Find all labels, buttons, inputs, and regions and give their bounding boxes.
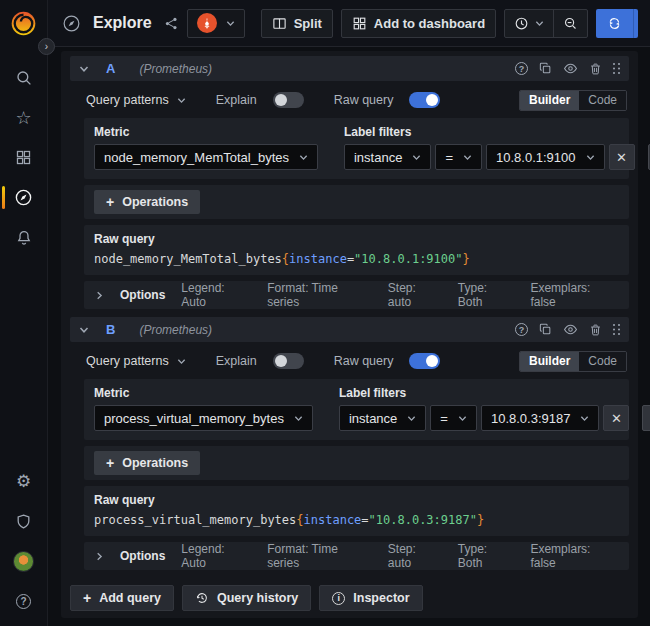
filter-operator-select[interactable]: =	[435, 144, 482, 170]
explain-toggle[interactable]	[273, 92, 304, 108]
filter-value-select[interactable]: 10.8.0.3:9187	[481, 405, 600, 431]
inspector-label: Inspector	[353, 591, 409, 605]
grafana-logo-icon[interactable]	[10, 10, 37, 37]
remove-query-button[interactable]	[589, 323, 602, 337]
sidebar-item-alerting[interactable]	[0, 227, 48, 248]
query-a-body: Query patterns Explain Raw query Builder…	[70, 81, 629, 311]
info-icon: i	[332, 592, 345, 605]
refresh-icon[interactable]	[596, 9, 633, 38]
metric-select[interactable]: node_memory_MemTotal_bytes	[94, 144, 318, 170]
prometheus-icon	[197, 13, 217, 33]
sidebar-expand-button[interactable]: ›	[38, 38, 55, 55]
split-icon	[272, 16, 287, 31]
sidebar-item-favorites[interactable]: ☆	[0, 107, 48, 128]
remove-filter-button[interactable]: ✕	[609, 144, 635, 170]
sidebar-item-help[interactable]: ?	[0, 591, 48, 612]
label-filters-label: Label filters	[344, 125, 650, 139]
drag-handle[interactable]	[613, 63, 620, 74]
explain-label: Explain	[216, 354, 257, 368]
options-step: Step: auto	[388, 281, 442, 309]
chevron-down-icon	[586, 153, 595, 162]
sidebar-item-settings[interactable]: ⚙	[0, 471, 48, 492]
drag-dots-icon	[613, 324, 620, 335]
collapse-chevron-icon[interactable]	[79, 325, 89, 335]
hide-response-button[interactable]	[563, 61, 578, 76]
sidebar-item-dashboards[interactable]	[0, 147, 48, 168]
run-query-button[interactable]	[596, 9, 638, 38]
label-filters-field: Label filters instance =	[339, 386, 650, 431]
eye-icon	[563, 322, 578, 337]
filter-operator-select[interactable]: =	[430, 405, 477, 431]
query-history-button[interactable]: Query history	[182, 585, 311, 611]
trash-icon	[589, 323, 602, 337]
add-query-button[interactable]: + Add query	[70, 585, 174, 611]
copy-icon	[539, 323, 552, 336]
builder-mode-option[interactable]: Builder	[520, 352, 579, 371]
sidebar-item-search[interactable]	[0, 67, 48, 88]
add-to-dashboard-button[interactable]: Add to dashboard	[341, 9, 496, 38]
chevron-right-icon[interactable]	[95, 291, 104, 300]
remove-query-button[interactable]	[589, 62, 602, 76]
star-icon: ☆	[15, 109, 31, 127]
sidebar-item-profile[interactable]	[0, 551, 48, 572]
filter-key-value: instance	[349, 411, 397, 426]
builder-mode-option[interactable]: Builder	[520, 91, 579, 110]
zoom-out-button[interactable]	[553, 10, 587, 37]
add-operation-button[interactable]: + Operations	[94, 190, 200, 214]
question-icon: ?	[515, 323, 528, 336]
options-label[interactable]: Options	[120, 288, 165, 302]
metric-value: node_memory_MemTotal_bytes	[104, 150, 289, 165]
time-picker-button[interactable]	[505, 10, 553, 37]
metric-select[interactable]: process_virtual_memory_bytes	[94, 405, 313, 431]
duplicate-query-button[interactable]	[539, 323, 552, 336]
hide-response-button[interactable]	[563, 322, 578, 337]
remove-filter-button[interactable]: ✕	[603, 405, 629, 431]
help-icon: ?	[16, 594, 31, 609]
time-controls	[504, 9, 588, 38]
query-patterns-dropdown[interactable]: Query patterns	[86, 354, 186, 368]
query-patterns-dropdown[interactable]: Query patterns	[86, 93, 186, 107]
chevron-right-icon[interactable]	[95, 552, 104, 561]
explore-section-icon	[62, 14, 81, 33]
raw-query-toggle[interactable]	[409, 353, 440, 369]
query-help-button[interactable]: ?	[515, 62, 528, 75]
refresh-interval-dropdown[interactable]	[633, 9, 638, 38]
add-to-dashboard-label: Add to dashboard	[374, 16, 485, 31]
filter-value-select[interactable]: 10.8.0.1:9100	[486, 144, 605, 170]
filter-key-select[interactable]: instance	[344, 144, 431, 170]
sidebar-item-explore[interactable]	[0, 187, 48, 208]
options-label[interactable]: Options	[120, 549, 165, 563]
code-mode-option[interactable]: Code	[579, 352, 626, 371]
duplicate-query-button[interactable]	[539, 62, 552, 75]
chevron-down-icon	[177, 96, 186, 105]
operations-panel: + Operations	[84, 446, 629, 480]
add-operation-button[interactable]: + Operations	[94, 451, 200, 475]
filter-key-value: instance	[354, 150, 402, 165]
collapse-chevron-icon[interactable]	[79, 64, 89, 74]
split-button[interactable]: Split	[261, 9, 333, 38]
options-format: Format: Time series	[267, 281, 372, 309]
dashboard-grid-icon	[352, 16, 367, 31]
top-navbar: Explore	[48, 0, 650, 47]
sidebar-item-security[interactable]	[0, 511, 48, 532]
gear-icon: ⚙	[16, 473, 31, 490]
options-panel: Options Legend: Auto Format: Time series…	[84, 542, 629, 570]
explain-toggle[interactable]	[273, 353, 304, 369]
metric-field: Metric process_virtual_memory_bytes	[94, 386, 313, 431]
split-label: Split	[294, 16, 322, 31]
query-help-button[interactable]: ?	[515, 323, 528, 336]
query-b-header[interactable]: B (Prometheus) ?	[70, 317, 629, 342]
query-a-header[interactable]: A (Prometheus) ?	[70, 56, 629, 81]
code-mode-option[interactable]: Code	[579, 91, 626, 110]
filter-value: 10.8.0.3:9187	[491, 411, 571, 426]
share-icon[interactable]	[164, 16, 179, 31]
drag-handle[interactable]	[613, 324, 620, 335]
inspector-button[interactable]: i Inspector	[319, 585, 422, 611]
options-step: Step: auto	[388, 542, 442, 570]
add-filter-button[interactable]: +	[642, 405, 650, 431]
query-datasource-label: (Prometheus)	[139, 323, 212, 337]
plus-icon: +	[83, 590, 91, 606]
datasource-picker[interactable]	[187, 9, 245, 38]
raw-query-toggle[interactable]	[409, 92, 440, 108]
filter-key-select[interactable]: instance	[339, 405, 426, 431]
